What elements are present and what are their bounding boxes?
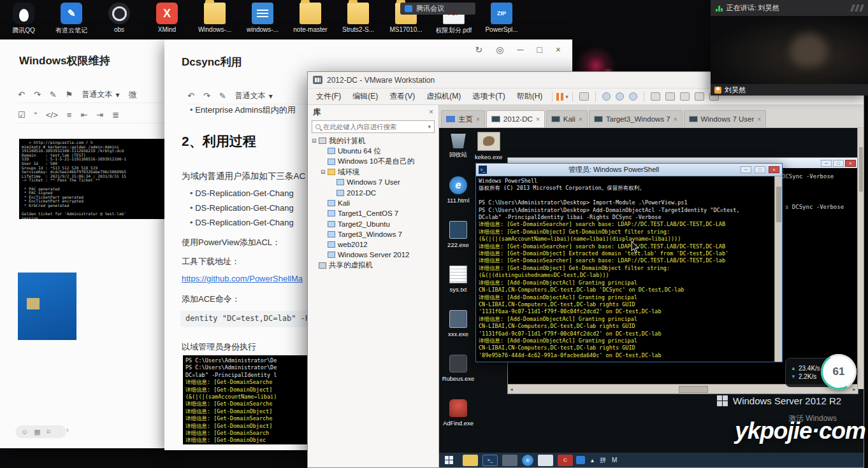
indent-icon[interactable]: ⇥ xyxy=(96,110,103,120)
menu-item[interactable]: 选项卡(T) xyxy=(467,89,510,104)
desktop-icon[interactable]: Windows-... xyxy=(195,3,235,35)
collapse-chevron-icon[interactable]: ‹ xyxy=(66,425,69,434)
vm-desktop-icon[interactable]: AdFind.exe xyxy=(440,399,476,427)
close-icon[interactable]: × xyxy=(556,45,561,55)
format-painter-icon[interactable]: ✎ xyxy=(219,91,226,101)
notepad-icon[interactable] xyxy=(538,455,553,466)
taskbar-powershell-icon[interactable]: >_ xyxy=(482,455,498,466)
search-caret-icon[interactable]: ▾ xyxy=(428,124,431,130)
scrollbar-thumb[interactable] xyxy=(679,386,708,393)
powershell-window[interactable]: >_ 管理员: Windows PowerShell ─ □ × Windows… xyxy=(475,163,783,362)
vm-console-display[interactable]: 回收站 e 111.html 222.exe sys.txt xxx.exe xyxy=(439,128,864,467)
file-explorer-icon[interactable] xyxy=(463,455,478,466)
vm-tree-item[interactable]: Windows 10不是自己的 xyxy=(308,157,438,167)
vm-desktop-icon[interactable]: xxx.exe xyxy=(440,310,476,337)
vm-desktop-icon[interactable]: Rubeus.exe xyxy=(440,355,476,382)
vm-tree-item[interactable]: ⊟ 域环境 xyxy=(308,167,438,177)
accelerator-ball[interactable]: 61 xyxy=(821,354,857,390)
image-icon[interactable]: ▦ xyxy=(34,428,40,436)
desktop-icon[interactable]: 腾讯QQ xyxy=(4,3,43,35)
vm-tree-item[interactable]: 2012-DC xyxy=(308,187,438,197)
vm-desktop-icon[interactable]: sys.txt xyxy=(440,266,476,293)
pin-icon[interactable]: ◎ xyxy=(496,45,503,55)
scroll-left-icon[interactable]: ◄ xyxy=(509,387,514,392)
menu-item[interactable]: 查看(V) xyxy=(384,89,421,104)
scroll-right-icon[interactable]: ► xyxy=(852,387,857,392)
paragraph-style-select[interactable]: 普通文本 ▾ xyxy=(235,90,273,101)
align-icon[interactable]: ≡ xyxy=(67,110,72,120)
tree-expand-icon[interactable]: ⊟ xyxy=(321,169,328,175)
vm-tree-item[interactable]: Target3_Windows 7 xyxy=(308,229,438,239)
maximize-icon[interactable]: □ xyxy=(755,166,765,173)
desktop-icon[interactable]: windows-... xyxy=(243,3,282,35)
meeting-mini-bar[interactable]: 腾讯会议 xyxy=(400,3,475,15)
send-ctrl-alt-del-icon[interactable] xyxy=(579,92,589,101)
menu-item[interactable]: 文件(F) xyxy=(310,89,347,104)
desktop-icon[interactable]: note-master xyxy=(291,3,330,35)
vm-desktop-icon[interactable]: e 111.html xyxy=(440,176,476,204)
outdent-icon[interactable]: ⇤ xyxy=(80,110,87,120)
power-caret-icon[interactable]: ▾ xyxy=(565,94,568,100)
vm-desktop-icon-kekeo[interactable]: kekeo.exe xyxy=(475,132,502,160)
menu-item[interactable]: 编辑(E) xyxy=(347,89,384,104)
minimize-icon[interactable]: ─ xyxy=(517,45,523,55)
paragraph-style-select[interactable]: 普通文本 ▾ xyxy=(82,89,119,100)
refresh-icon[interactable]: ↻ xyxy=(475,45,482,55)
vmware-tab[interactable]: Target3_Windows 7 × xyxy=(589,110,683,127)
server-manager-icon[interactable] xyxy=(502,455,517,466)
vm-tree-item[interactable]: 共享的虚拟机 xyxy=(308,260,438,271)
checklist-icon[interactable]: ☑ xyxy=(18,110,25,120)
console-view-icon[interactable] xyxy=(680,92,690,101)
tray-show-hidden-icon[interactable]: ▴ xyxy=(591,457,594,464)
highlight-icon[interactable]: ⚑ xyxy=(66,90,73,99)
vmware-tab[interactable]: Windows 7 User × xyxy=(684,110,767,127)
format-painter-icon[interactable]: ✎ xyxy=(50,90,57,99)
vm-vertical-scrollbar[interactable] xyxy=(857,128,864,389)
close-icon[interactable]: × xyxy=(845,160,856,167)
power-pause-icon[interactable] xyxy=(556,93,564,101)
powershell-titlebar[interactable]: >_ 管理员: Windows PowerShell ─ □ × xyxy=(476,164,782,176)
redo-icon[interactable]: ↷ xyxy=(203,91,210,101)
desktop-icon[interactable]: X XMind xyxy=(147,3,187,35)
ime-pinyin-indicator[interactable]: 拼 xyxy=(600,456,606,465)
maximize-icon[interactable]: □ xyxy=(833,160,844,167)
tray-app-icon[interactable] xyxy=(576,456,585,464)
vmware-tab[interactable]: Kali × xyxy=(546,110,588,127)
tab-close-icon[interactable]: × xyxy=(757,116,761,123)
redo-icon[interactable]: ↷ xyxy=(34,90,41,99)
menu-item[interactable]: 帮助(H) xyxy=(511,89,549,104)
vm-desktop-icon[interactable]: 回收站 xyxy=(440,131,476,159)
vm-tree-item[interactable]: Windows Server 2012 xyxy=(308,250,438,260)
snapshot-revert-icon[interactable] xyxy=(616,92,624,101)
maximize-icon[interactable]: □ xyxy=(537,45,542,55)
vm-tree-item[interactable]: Ubuntu 64 位 xyxy=(308,146,438,156)
tab-close-icon[interactable]: × xyxy=(536,116,540,123)
thumbnail-bar-icon[interactable] xyxy=(665,92,675,101)
emoji-icon[interactable]: ☺ xyxy=(21,428,28,436)
desktop-icon[interactable]: Struts2-S... xyxy=(338,3,378,35)
vm-tree-item[interactable]: web2012 xyxy=(308,239,438,250)
vm-tree-item[interactable]: Target2_Ubuntu xyxy=(308,218,438,229)
attachment-icon[interactable]: ⌗ xyxy=(47,428,50,436)
vm-tree-item[interactable]: Kali xyxy=(308,198,438,208)
undo-icon[interactable]: ↶ xyxy=(187,91,194,101)
minimize-icon[interactable]: ─ xyxy=(821,160,832,167)
undo-icon[interactable]: ↶ xyxy=(18,90,25,99)
start-button[interactable] xyxy=(441,454,458,466)
desktop-icon[interactable]: ✎ 有道云笔记 xyxy=(52,3,91,35)
line-spacing-icon[interactable]: ≣ xyxy=(112,110,119,120)
vertical-scrollbar[interactable] xyxy=(774,176,782,362)
internet-explorer-icon[interactable]: e xyxy=(522,455,533,466)
font-select-partial[interactable]: 微 xyxy=(128,89,136,101)
ime-mode-indicator[interactable]: M xyxy=(612,457,617,464)
cpp-app-icon[interactable]: C xyxy=(558,455,573,466)
vm-tree-item[interactable]: Target1_CentOS 7 xyxy=(308,208,438,218)
vm-tree-item[interactable]: ⊟ 我的计算机 xyxy=(308,136,438,146)
library-close-icon[interactable]: × xyxy=(429,108,433,117)
fullscreen-icon[interactable] xyxy=(695,92,704,101)
snapshot-take-icon[interactable] xyxy=(602,92,611,101)
code-block-icon[interactable]: </> xyxy=(46,110,58,120)
vmware-tab[interactable]: 2012-DC × xyxy=(486,110,545,127)
vm-tree-item[interactable]: Windows 7 User xyxy=(308,177,438,187)
webcam-video[interactable] xyxy=(711,16,868,84)
